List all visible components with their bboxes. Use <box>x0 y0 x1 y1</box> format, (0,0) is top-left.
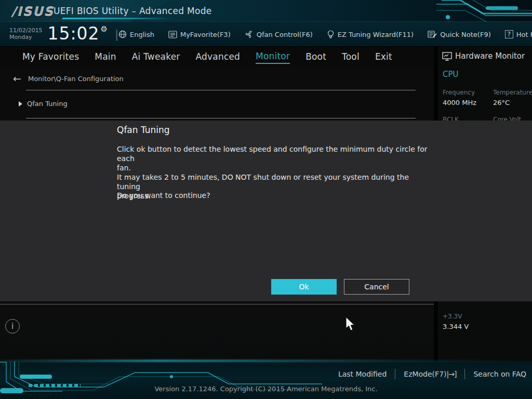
qfan-control-button[interactable]: Qfan Control(F6) <box>245 30 313 38</box>
tab-boot[interactable]: Boot <box>305 51 326 63</box>
footer-bar: Last Modified EzMode(F7)|→] Search on FA… <box>0 361 532 399</box>
dialog-body-line: Click ok button to detect the lowest spe… <box>117 144 434 163</box>
fan-icon <box>245 30 254 38</box>
info-icon: i <box>5 319 20 334</box>
lightbulb-icon <box>327 30 335 39</box>
myfavorite-button[interactable]: MyFavorite(F3) <box>168 31 231 38</box>
language-button[interactable]: English <box>118 30 154 38</box>
quick-note-label: Quick Note(F9) <box>440 31 491 38</box>
voltage-3v3-value: 3.344 V <box>443 323 469 330</box>
enter-ezmode-icon: |→] <box>447 370 457 378</box>
hot-keys-button[interactable]: ? Hot Keys <box>505 30 532 38</box>
temperature-label: Temperature <box>493 89 532 96</box>
tab-advanced[interactable]: Advanced <box>196 51 241 63</box>
qfan-tuning-dialog: Qfan Tuning Click ok button to detect th… <box>0 121 532 301</box>
qfan-tuning-item[interactable]: Qfan Tuning <box>19 100 68 108</box>
version-text: Version 2.17.1246. Copyright (C) 2015 Am… <box>0 385 532 393</box>
back-arrow-icon[interactable]: ← <box>13 73 21 84</box>
help-box: i <box>0 304 434 361</box>
globe-icon <box>118 30 127 38</box>
tab-main[interactable]: Main <box>95 51 116 63</box>
cancel-button[interactable]: Cancel <box>344 279 409 295</box>
day-value: Monday <box>9 34 42 41</box>
dialog-title: Qfan Tuning <box>117 125 170 135</box>
title-banner: /ISUS UEFI BIOS Utility – Advanced Mode <box>0 0 532 22</box>
dialog-question: Do you want to continue? <box>117 191 210 200</box>
ok-button[interactable]: Ok <box>271 279 337 295</box>
footer-divider <box>395 369 395 379</box>
mouse-cursor <box>344 316 356 332</box>
temperature-value: 26°C <box>493 99 510 107</box>
dialog-body-line: It may takes 2 to 5 minutes, DO NOT shut… <box>117 172 434 191</box>
tab-exit[interactable]: Exit <box>375 51 392 63</box>
monitor-icon <box>442 52 452 61</box>
qfan-control-label: Qfan Control(F6) <box>257 31 313 38</box>
tab-tool[interactable]: Tool <box>342 51 360 63</box>
tab-ai-tweaker[interactable]: Ai Tweaker <box>132 51 180 63</box>
frequency-label: Frequency <box>443 89 475 96</box>
frequency-value: 4000 MHz <box>443 99 476 107</box>
page-title: UEFI BIOS Utility – Advanced Mode <box>54 6 212 16</box>
footer-divider <box>464 369 465 379</box>
hot-keys-label: Hot Keys <box>516 31 532 38</box>
ezmode-label: EzMode(F7) <box>404 370 446 378</box>
cpu-section-label: CPU <box>443 70 459 79</box>
date-value: 11/02/2015 <box>9 27 42 34</box>
dialog-body-line: fan. <box>117 163 434 172</box>
date-label: 11/02/2015 Monday <box>9 27 42 41</box>
asus-logo: /ISUS <box>11 5 54 19</box>
footer-glow-line <box>0 360 532 362</box>
tab-monitor[interactable]: Monitor <box>256 51 290 64</box>
ez-tuning-wizard-label: EZ Tuning Wizard(F11) <box>338 31 414 38</box>
ezmode-button[interactable]: EzMode(F7)|→] <box>404 370 456 378</box>
breadcrumb-path: Monitor\Q-Fan Configuration <box>28 75 124 83</box>
submenu-arrow-icon <box>19 101 22 107</box>
note-pencil-icon <box>428 30 437 38</box>
myfavorite-label: MyFavorite(F3) <box>180 31 231 38</box>
quick-note-button[interactable]: Quick Note(F9) <box>428 30 491 38</box>
clock: 15:02 <box>47 24 99 43</box>
circuit-decoration-bottom <box>0 361 322 399</box>
bios-screen: /ISUS UEFI BIOS Utility – Advanced Mode … <box>0 0 532 399</box>
clock-settings-gear-icon[interactable]: ⚙ <box>101 24 108 34</box>
qfan-tuning-label: Qfan Tuning <box>27 100 68 108</box>
banner-decoration-edge <box>62 18 172 19</box>
language-label: English <box>130 31 154 38</box>
voltage-3v3-label: +3.3V <box>443 313 462 320</box>
hardware-monitor-title: Hardware Monitor <box>455 51 525 61</box>
ez-tuning-wizard-button[interactable]: EZ Tuning Wizard(F11) <box>327 30 414 39</box>
datetime-block: 11/02/2015 Monday 15:02 ⚙ | <box>9 24 126 43</box>
divider-line <box>26 90 416 90</box>
favorites-list-icon <box>168 31 177 38</box>
toolbar: 11/02/2015 Monday 15:02 ⚙ | English <box>0 22 532 47</box>
divider-line <box>26 118 416 118</box>
question-mark-icon: ? <box>505 30 513 38</box>
breadcrumb: ← Monitor\Q-Fan Configuration <box>13 73 124 84</box>
tab-my-favorites[interactable]: My Favorites <box>22 51 79 63</box>
last-modified-button[interactable]: Last Modified <box>338 370 387 378</box>
search-on-faq-button[interactable]: Search on FAQ <box>473 370 526 378</box>
